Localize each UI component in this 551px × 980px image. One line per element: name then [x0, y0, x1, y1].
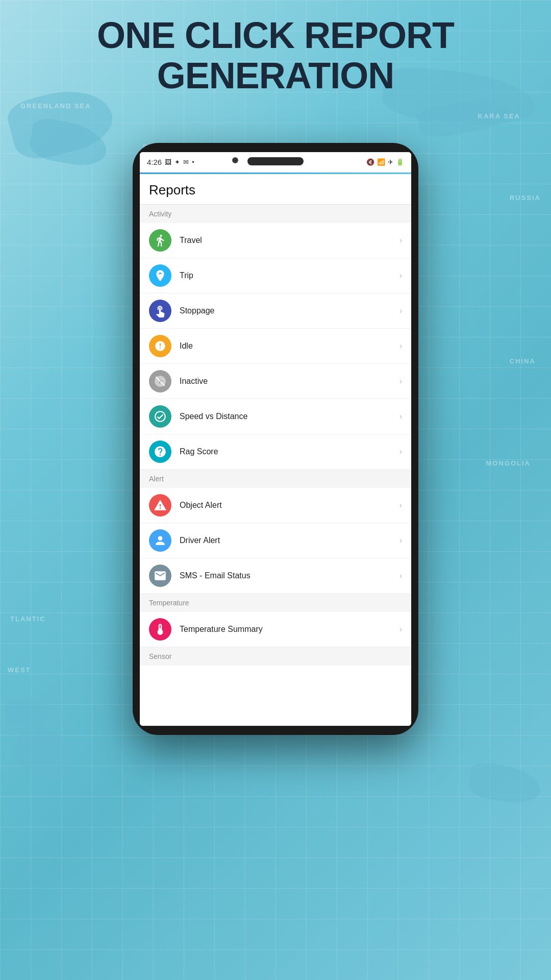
list-item-inactive[interactable]: Inactive› — [140, 364, 411, 399]
battery-icon: 🔋 — [396, 158, 404, 166]
temperature-summary-chevron: › — [399, 625, 402, 634]
status-left: 4:26 🖼 ✦ ✉ • — [147, 158, 194, 166]
inactive-icon — [149, 370, 171, 393]
phone-frame: 4:26 🖼 ✦ ✉ • 🔇 📶 ✈ 🔋 Reports ActivityTra… — [133, 143, 418, 735]
trip-label: Trip — [180, 271, 399, 280]
list-item-sms-email-status[interactable]: SMS - Email Status› — [140, 558, 411, 594]
section-header-activity: Activity — [140, 205, 411, 223]
sms-email-status-chevron: › — [399, 571, 402, 580]
speed-vs-distance-chevron: › — [399, 412, 402, 421]
idle-icon: Z — [149, 335, 171, 357]
list-item-object-alert[interactable]: Object Alert› — [140, 488, 411, 523]
map-label-mongolia: MONGOLIA — [486, 459, 531, 467]
reports-list[interactable]: ActivityTravel›Trip›Stoppage›ZIdle›Inact… — [140, 205, 411, 726]
idle-chevron: › — [399, 341, 402, 351]
status-right: 🔇 📶 ✈ 🔋 — [366, 158, 404, 166]
speed-vs-distance-icon — [149, 405, 171, 428]
stoppage-label: Stoppage — [180, 306, 399, 315]
object-alert-icon — [149, 494, 171, 517]
phone-screen: 4:26 🖼 ✦ ✉ • 🔇 📶 ✈ 🔋 Reports ActivityTra… — [140, 152, 411, 726]
status-photo-icon: 🖼 — [165, 158, 171, 166]
airplane-icon: ✈ — [388, 158, 393, 166]
wifi-icon: 📶 — [377, 158, 385, 166]
driver-alert-label: Driver Alert — [180, 536, 399, 545]
trip-chevron: › — [399, 271, 402, 280]
temperature-summary-label: Temperature Summary — [180, 625, 399, 634]
inactive-label: Inactive — [180, 377, 399, 386]
section-header-sensor: Sensor — [140, 647, 411, 666]
speed-vs-distance-label: Speed vs Distance — [180, 412, 399, 421]
phone-camera — [232, 157, 238, 163]
list-item-idle[interactable]: ZIdle› — [140, 329, 411, 364]
stoppage-icon — [149, 300, 171, 322]
status-grid-icon: ✦ — [174, 158, 180, 166]
travel-chevron: › — [399, 236, 402, 245]
app-header: Reports — [140, 174, 411, 205]
headline-line2: GENERATION — [0, 56, 551, 96]
map-label-russia: RUSSIA — [510, 194, 541, 202]
object-alert-chevron: › — [399, 501, 402, 510]
map-label-china: CHINA — [510, 357, 536, 365]
svg-text:Z: Z — [157, 345, 160, 350]
map-label-atlantic: TLANTIC — [10, 615, 46, 623]
sms-email-status-icon — [149, 565, 171, 587]
travel-icon — [149, 229, 171, 252]
section-header-temperature: Temperature — [140, 594, 411, 612]
temperature-summary-icon — [149, 618, 171, 641]
list-item-driver-alert[interactable]: Driver Alert› — [140, 523, 411, 558]
list-item-trip[interactable]: Trip› — [140, 258, 411, 293]
idle-label: Idle — [180, 341, 399, 351]
stoppage-chevron: › — [399, 306, 402, 315]
phone-speaker — [247, 157, 304, 165]
sms-email-status-label: SMS - Email Status — [180, 571, 399, 580]
mute-icon: 🔇 — [366, 158, 374, 166]
driver-alert-icon — [149, 529, 171, 552]
list-item-rag-score[interactable]: Rag Score› — [140, 434, 411, 470]
map-label-west: WEST — [8, 666, 31, 674]
status-dot-icon: • — [192, 158, 194, 166]
status-time: 4:26 — [147, 158, 162, 166]
headline-line1: ONE CLICK REPORT — [0, 15, 551, 56]
list-item-temperature-summary[interactable]: Temperature Summary› — [140, 612, 411, 647]
object-alert-label: Object Alert — [180, 501, 399, 510]
app-title: Reports — [149, 182, 402, 198]
list-item-speed-vs-distance[interactable]: Speed vs Distance› — [140, 399, 411, 434]
rag-score-label: Rag Score — [180, 447, 399, 456]
trip-icon — [149, 264, 171, 287]
travel-label: Travel — [180, 236, 399, 245]
rag-score-icon — [149, 440, 171, 463]
section-header-alert: Alert — [140, 470, 411, 488]
page-headline: ONE CLICK REPORT GENERATION — [0, 15, 551, 96]
status-email-icon: ✉ — [183, 158, 189, 166]
inactive-chevron: › — [399, 377, 402, 386]
list-item-stoppage[interactable]: Stoppage› — [140, 293, 411, 329]
rag-score-chevron: › — [399, 447, 402, 456]
driver-alert-chevron: › — [399, 536, 402, 545]
list-item-travel[interactable]: Travel› — [140, 223, 411, 258]
